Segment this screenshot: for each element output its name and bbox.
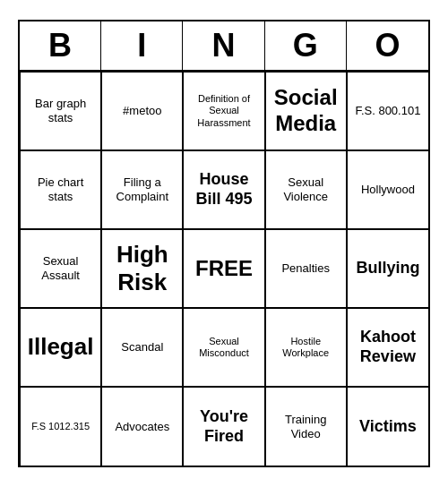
bingo-cell-22[interactable]: You're Fired — [183, 387, 264, 466]
bingo-cell-23[interactable]: Training Video — [265, 387, 347, 466]
bingo-cell-4[interactable]: F.S. 800.101 — [347, 72, 428, 150]
bingo-cell-text-24: Victims — [359, 417, 417, 437]
bingo-cell-21[interactable]: Advocates — [101, 387, 183, 466]
bingo-cell-8[interactable]: Sexual Violence — [265, 150, 347, 229]
bingo-cell-17[interactable]: Sexual Misconduct — [183, 308, 264, 387]
bingo-cell-10[interactable]: Sexual Assault — [20, 229, 101, 308]
bingo-cell-text-8: Sexual Violence — [270, 175, 342, 203]
bingo-cell-18[interactable]: Hostile Workplace — [265, 308, 347, 387]
bingo-cell-24[interactable]: Victims — [347, 387, 428, 466]
bingo-cell-text-6: Filing a Complaint — [106, 175, 178, 203]
bingo-cell-text-5: Pie chart stats — [24, 175, 97, 203]
bingo-cell-text-21: Advocates — [115, 420, 169, 434]
bingo-cell-text-13: Penalties — [281, 261, 329, 276]
bingo-cell-5[interactable]: Pie chart stats — [20, 150, 101, 229]
bingo-cell-text-15: Illegal — [28, 333, 94, 361]
bingo-cell-text-2: Definition of Sexual Harassment — [187, 93, 260, 129]
bingo-cell-14[interactable]: Bullying — [347, 229, 428, 308]
bingo-cell-text-22: You're Fired — [187, 407, 260, 446]
bingo-cell-19[interactable]: Kahoot Review — [347, 308, 428, 387]
header-letter-o: O — [347, 21, 428, 70]
bingo-cell-13[interactable]: Penalties — [265, 229, 347, 308]
bingo-cell-3[interactable]: Social Media — [265, 72, 347, 150]
header-letter-n: N — [183, 21, 264, 70]
header-letter-g: G — [265, 21, 347, 70]
bingo-cell-text-18: Hostile Workplace — [270, 336, 342, 359]
bingo-header: BINGO — [20, 21, 428, 72]
bingo-cell-text-1: #metoo — [123, 104, 161, 118]
bingo-cell-text-0: Bar graph stats — [24, 97, 97, 124]
bingo-cell-2[interactable]: Definition of Sexual Harassment — [183, 72, 264, 150]
bingo-cell-text-10: Sexual Assault — [24, 254, 97, 282]
bingo-cell-9[interactable]: Hollywood — [347, 150, 428, 229]
bingo-cell-1[interactable]: #metoo — [101, 72, 183, 150]
bingo-cell-text-12: FREE — [195, 256, 253, 282]
bingo-cell-text-16: Scandal — [121, 340, 163, 355]
bingo-cell-7[interactable]: House Bill 495 — [183, 150, 264, 229]
bingo-cell-text-19: Kahoot Review — [351, 328, 425, 366]
bingo-cell-text-17: Sexual Misconduct — [187, 336, 260, 359]
bingo-cell-text-11: High Risk — [106, 241, 178, 296]
bingo-cell-15[interactable]: Illegal — [20, 308, 101, 387]
bingo-card: BINGO Bar graph stats#metooDefinition of… — [18, 20, 430, 467]
bingo-cell-text-14: Bullying — [356, 259, 419, 278]
bingo-cell-text-3: Social Media — [270, 85, 342, 137]
bingo-cell-0[interactable]: Bar graph stats — [20, 72, 101, 150]
bingo-grid: Bar graph stats#metooDefinition of Sexua… — [20, 72, 428, 466]
bingo-cell-text-9: Hollywood — [361, 183, 415, 197]
bingo-cell-text-4: F.S. 800.101 — [355, 104, 420, 118]
bingo-cell-11[interactable]: High Risk — [101, 229, 183, 308]
header-letter-b: B — [20, 21, 101, 70]
bingo-cell-16[interactable]: Scandal — [101, 308, 183, 387]
bingo-cell-6[interactable]: Filing a Complaint — [101, 150, 183, 229]
bingo-cell-text-20: F.S 1012.315 — [31, 421, 90, 432]
bingo-cell-text-23: Training Video — [270, 413, 342, 440]
bingo-cell-12[interactable]: FREE — [183, 229, 264, 308]
bingo-cell-20[interactable]: F.S 1012.315 — [20, 387, 101, 466]
bingo-cell-text-7: House Bill 495 — [187, 170, 260, 209]
header-letter-i: I — [101, 21, 183, 70]
